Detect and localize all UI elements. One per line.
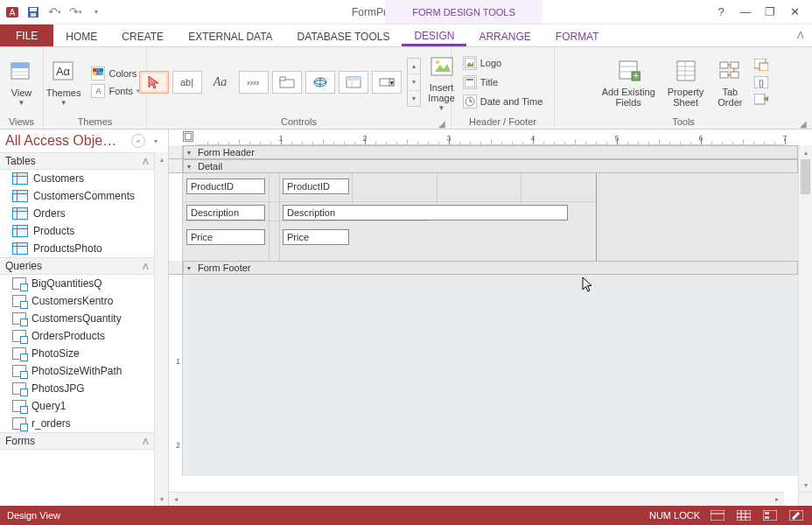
svg-rect-49 (731, 72, 738, 78)
nav-pane-header[interactable]: All Access Obje… « ▾ (0, 130, 168, 152)
view-form-icon[interactable] (709, 508, 726, 522)
svg-text:+: + (634, 71, 639, 80)
themes-button[interactable]: Aα Themes ▼ (43, 56, 85, 109)
control-button[interactable]: xxxx (239, 71, 269, 94)
controls-gallery-scroll[interactable]: ▴ ▾ ▾ (407, 58, 421, 107)
tab-database-tools[interactable]: DATABASE TOOLS (285, 24, 402, 46)
design-background[interactable] (183, 275, 798, 476)
view-button[interactable]: View ▼ (4, 56, 39, 109)
nav-collapse-icon[interactable]: « (131, 134, 145, 148)
vertical-ruler[interactable]: 1 2 (169, 275, 183, 476)
dialog-launcher-icon[interactable]: ◢ (438, 119, 445, 129)
gallery-up-icon[interactable]: ▴ (408, 59, 420, 74)
restore-icon[interactable]: ❐ (761, 4, 779, 21)
nav-item-table[interactable]: CustomersComments (0, 187, 154, 205)
tool-convert-macros-icon[interactable] (754, 94, 768, 106)
control-tab[interactable] (272, 71, 302, 94)
nav-item-query[interactable]: OrdersProducts (0, 327, 154, 345)
control-navigation[interactable] (339, 71, 368, 94)
vertical-ruler[interactable] (169, 173, 183, 261)
nav-group-forms[interactable]: Formsᐱ (0, 432, 154, 450)
section-bar-detail[interactable]: Detail (183, 159, 798, 173)
control-productid[interactable]: ProductID (283, 178, 349, 194)
chevron-down-icon: ▼ (60, 100, 67, 108)
redo-icon[interactable]: ↷▾ (68, 5, 82, 19)
nav-scrollbar[interactable]: ▴ ▾ (154, 152, 168, 506)
save-icon[interactable] (26, 5, 40, 19)
horizontal-scrollbar[interactable]: ◂ ▸ (169, 492, 784, 506)
control-hyperlink[interactable] (305, 71, 335, 94)
label-productid[interactable]: ProductID (186, 178, 265, 194)
nav-item-table[interactable]: Orders (0, 205, 154, 222)
add-existing-fields-button[interactable]: + Add Existing Fields (598, 55, 659, 109)
tab-file[interactable]: FILE (0, 24, 53, 46)
tab-external-data[interactable]: EXTERNAL DATA (176, 24, 284, 46)
nav-item-query[interactable]: PhotosJPG (0, 380, 154, 397)
label-description[interactable]: Description (186, 205, 265, 220)
section-label: Detail (198, 161, 222, 172)
view-datasheet-icon[interactable] (735, 508, 752, 522)
nav-item-query[interactable]: PhotoSize (0, 345, 154, 362)
nav-item-query[interactable]: BigQuantitiesQ (0, 275, 154, 292)
nav-group-queries[interactable]: Queriesᐱ (0, 257, 154, 275)
tool-code-icon[interactable]: {} (754, 76, 768, 88)
nav-item-query[interactable]: r_orders (0, 415, 154, 432)
nav-item-query[interactable]: CustomersQuantity (0, 310, 154, 327)
tab-format[interactable]: FORMAT (543, 24, 612, 46)
form-selector[interactable] (183, 131, 193, 142)
horizontal-ruler[interactable]: 1234567 (197, 130, 784, 145)
ribbon-tabs: FILE HOME CREATE EXTERNAL DATA DATABASE … (0, 24, 812, 47)
dialog-launcher-icon[interactable]: ◢ (800, 119, 807, 129)
undo-icon[interactable]: ↶▾ (47, 5, 61, 19)
tool-subform-icon[interactable] (754, 59, 768, 71)
scroll-right-icon[interactable]: ▸ (770, 495, 784, 503)
tab-design[interactable]: DESIGN (402, 24, 466, 46)
nav-item-query[interactable]: CustomersKentro (0, 292, 154, 310)
property-sheet-button[interactable]: Property Sheet (664, 55, 708, 109)
qat-customize-icon[interactable]: ▾ (89, 5, 103, 19)
control-textbox[interactable]: ab| (172, 71, 202, 94)
nav-dropdown-icon[interactable]: ▾ (149, 134, 163, 148)
control-price[interactable]: Price (283, 229, 349, 245)
nav-item-table[interactable]: Customers (0, 170, 154, 187)
minimize-icon[interactable]: — (737, 4, 754, 21)
gallery-more-icon[interactable]: ▾ (408, 91, 420, 106)
tab-create[interactable]: CREATE (109, 24, 176, 46)
tab-home[interactable]: HOME (53, 24, 109, 46)
logo-button[interactable]: Logo (459, 55, 547, 71)
scroll-down-icon[interactable]: ▾ (155, 492, 168, 506)
nav-item-query[interactable]: PhotoSizeWithPath (0, 362, 154, 380)
view-design-icon[interactable] (788, 508, 805, 522)
scroll-left-icon[interactable]: ◂ (169, 495, 183, 503)
gallery-down-icon[interactable]: ▾ (408, 74, 420, 90)
label-price[interactable]: Price (186, 229, 265, 245)
svg-rect-4 (31, 13, 36, 17)
close-icon[interactable]: ✕ (786, 4, 803, 21)
section-bar-form-header[interactable]: Form Header (183, 145, 798, 159)
help-icon[interactable]: ? (712, 4, 730, 21)
nav-group-tables[interactable]: Tablesᐱ (0, 152, 154, 170)
control-label[interactable]: Aa (206, 71, 235, 94)
tab-order-label: Tab Order (718, 87, 742, 108)
scroll-up-icon[interactable]: ▴ (799, 145, 812, 159)
nav-item-table[interactable]: ProductsPhoto (0, 240, 154, 257)
control-description[interactable]: Description (283, 205, 568, 220)
scroll-up-icon[interactable]: ▴ (155, 152, 168, 166)
title-button[interactable]: Title (459, 74, 547, 90)
control-select-tool[interactable] (139, 71, 169, 94)
scroll-thumb[interactable] (801, 159, 810, 194)
detail-section[interactable]: ProductID ProductID Description Descript… (183, 173, 798, 261)
section-bar-form-footer[interactable]: Form Footer (183, 261, 798, 275)
control-combobox[interactable]: ▾ (372, 71, 402, 94)
query-icon (12, 417, 26, 430)
tab-order-button[interactable]: Tab Order (712, 55, 747, 109)
nav-item-table[interactable]: Products (0, 222, 154, 240)
scroll-down-icon[interactable]: ▾ (799, 478, 812, 492)
tab-arrange[interactable]: ARRANGE (466, 24, 542, 46)
vertical-scrollbar[interactable]: ▴ ▾ (798, 145, 812, 492)
view-layout-icon[interactable] (761, 508, 779, 522)
add-fields-icon: + (614, 57, 642, 85)
nav-item-query[interactable]: Query1 (0, 397, 154, 415)
collapse-ribbon-icon[interactable]: ᐱ (789, 24, 812, 46)
datetime-button[interactable]: Date and Time (459, 94, 547, 109)
